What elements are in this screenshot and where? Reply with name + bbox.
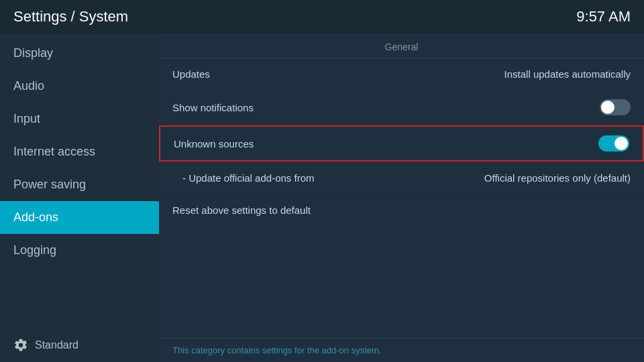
- settings-list: General Updates Install updates automati…: [159, 34, 644, 338]
- page-title: Settings / System: [13, 8, 128, 25]
- gear-icon: [13, 338, 28, 353]
- setting-label-update-addons: - Update official add-ons from: [182, 172, 315, 184]
- sidebar: Display Audio Input Internet access Powe…: [0, 34, 159, 362]
- setting-value-update-addons: Official repositories only (default): [484, 172, 631, 184]
- sidebar-item-display[interactable]: Display: [0, 37, 159, 70]
- setting-row-update-addons[interactable]: - Update official add-ons from Official …: [159, 162, 644, 194]
- sidebar-footer[interactable]: Standard: [0, 328, 159, 362]
- setting-label-reset: Reset above settings to default: [172, 204, 311, 216]
- setting-row-unknown-sources[interactable]: Unknown sources: [159, 125, 644, 162]
- setting-label-unknown-sources: Unknown sources: [174, 138, 254, 149]
- clock: 9:57 AM: [576, 8, 631, 25]
- section-header: General: [159, 34, 644, 58]
- setting-row-show-notifications[interactable]: Show notifications: [159, 90, 644, 125]
- sidebar-nav: Display Audio Input Internet access Powe…: [0, 34, 159, 267]
- sidebar-item-input[interactable]: Input: [0, 103, 159, 135]
- sidebar-item-audio[interactable]: Audio: [0, 70, 159, 103]
- sidebar-item-add-ons[interactable]: Add-ons: [0, 201, 159, 234]
- setting-label-updates: Updates: [172, 68, 210, 80]
- main-layout: Display Audio Input Internet access Powe…: [0, 34, 644, 362]
- header: Settings / System 9:57 AM: [0, 0, 644, 34]
- sidebar-item-internet-access[interactable]: Internet access: [0, 135, 159, 168]
- setting-value-updates: Install updates automatically: [504, 68, 631, 80]
- sidebar-level-label: Standard: [35, 339, 78, 351]
- toggle-show-notifications[interactable]: [600, 99, 631, 115]
- content-footer: This category contains settings for the …: [159, 338, 644, 362]
- toggle-unknown-sources[interactable]: [598, 135, 629, 152]
- sidebar-item-logging[interactable]: Logging: [0, 234, 159, 267]
- footer-description: This category contains settings for the …: [172, 345, 381, 355]
- setting-row-updates[interactable]: Updates Install updates automatically: [159, 58, 644, 90]
- setting-label-show-notifications: Show notifications: [172, 102, 254, 113]
- content-area: General Updates Install updates automati…: [159, 34, 644, 362]
- setting-row-reset[interactable]: Reset above settings to default: [159, 194, 644, 227]
- sidebar-item-power-saving[interactable]: Power saving: [0, 168, 159, 201]
